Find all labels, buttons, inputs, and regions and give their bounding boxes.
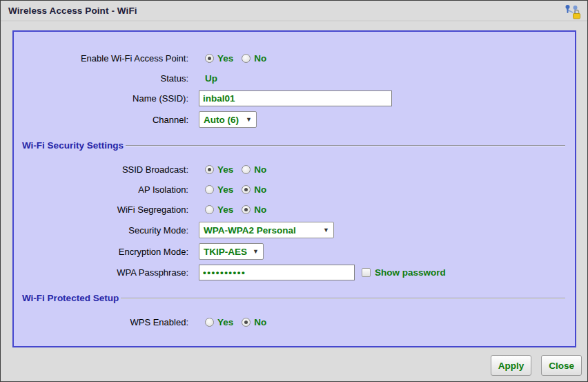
- channel-select-value: Auto (6): [204, 115, 239, 125]
- chevron-down-icon: ▼: [246, 116, 252, 123]
- radio-icon[interactable]: [242, 318, 251, 327]
- close-button[interactable]: Close: [541, 355, 582, 376]
- ssid-label: Name (SSID):: [22, 93, 188, 104]
- section-rule: [121, 298, 565, 299]
- status-row: Status: Up: [22, 70, 565, 86]
- wifi-segregation-no-radio[interactable]: No: [242, 204, 266, 215]
- wifi-settings-panel: Enable Wi-Fi Access Point: Yes No Status…: [12, 30, 576, 347]
- security-mode-row: Security Mode: WPA-WPA2 Personal ▼: [22, 222, 565, 238]
- radio-icon[interactable]: [242, 185, 251, 194]
- encryption-mode-select-value: TKIP-AES: [204, 247, 247, 257]
- show-password-checkbox[interactable]: [362, 268, 371, 277]
- security-settings-section-header: Wi-Fi Security Settings: [22, 140, 565, 151]
- encryption-mode-label: Encryption Mode:: [22, 247, 188, 257]
- security-mode-label: Security Mode:: [22, 225, 188, 236]
- wireless-access-point-dialog: Wireless Access Point - WiFi Enable Wi-F…: [0, 0, 588, 382]
- yes-label: Yes: [217, 184, 233, 195]
- ap-isolation-label: AP Isolation:: [22, 184, 188, 195]
- radio-icon[interactable]: [242, 54, 251, 63]
- wifi-segregation-yes-radio[interactable]: Yes: [205, 204, 233, 215]
- encryption-mode-select[interactable]: TKIP-AES ▼: [199, 243, 264, 260]
- wps-heading: Wi-Fi Protected Setup: [22, 293, 119, 303]
- wifi-segregation-row: WiFi Segregation: Yes No: [22, 202, 565, 217]
- page-title: Wireless Access Point - WiFi: [8, 6, 137, 16]
- wps-enabled-row: WPS Enabled: Yes No: [22, 314, 565, 330]
- enable-ap-yes-radio[interactable]: Yes: [205, 53, 233, 64]
- yes-label: Yes: [217, 317, 233, 327]
- channel-select[interactable]: Auto (6) ▼: [199, 111, 257, 128]
- wifi-lock-icon: [564, 3, 582, 19]
- ssid-broadcast-label: SSID Broadcast:: [22, 164, 188, 175]
- radio-icon[interactable]: [205, 54, 214, 63]
- yes-label: Yes: [217, 204, 233, 215]
- wifi-segregation-label: WiFi Segregation:: [22, 204, 188, 215]
- radio-icon[interactable]: [205, 318, 214, 327]
- apply-button[interactable]: Apply: [491, 355, 532, 376]
- yes-label: Yes: [217, 164, 233, 175]
- wpa-passphrase-input[interactable]: [199, 265, 355, 280]
- chevron-down-icon: ▼: [253, 248, 259, 255]
- wps-no-radio[interactable]: No: [242, 317, 266, 327]
- no-label: No: [254, 53, 266, 64]
- no-label: No: [254, 164, 266, 175]
- titlebar: Wireless Access Point - WiFi: [1, 1, 587, 21]
- security-mode-select-value: WPA-WPA2 Personal: [204, 225, 296, 236]
- enable-ap-label: Enable Wi-Fi Access Point:: [22, 53, 188, 64]
- ssid-input[interactable]: [199, 90, 392, 106]
- footer-button-bar: Apply Close: [1, 355, 587, 376]
- yes-label: Yes: [217, 53, 233, 64]
- ap-isolation-no-radio[interactable]: No: [242, 184, 266, 195]
- ap-isolation-yes-radio[interactable]: Yes: [205, 184, 233, 195]
- wpa-passphrase-row: WPA Passphrase: Show password: [22, 265, 565, 280]
- ssid-broadcast-row: SSID Broadcast: Yes No: [22, 162, 565, 177]
- encryption-mode-row: Encryption Mode: TKIP-AES ▼: [22, 243, 565, 260]
- radio-icon[interactable]: [205, 165, 214, 174]
- ssid-row: Name (SSID):: [22, 90, 565, 106]
- ssid-broadcast-yes-radio[interactable]: Yes: [205, 164, 233, 175]
- status-value: Up: [205, 73, 217, 84]
- enable-ap-no-radio[interactable]: No: [242, 53, 266, 64]
- security-settings-heading: Wi-Fi Security Settings: [22, 140, 124, 151]
- ssid-broadcast-no-radio[interactable]: No: [242, 164, 266, 175]
- show-password-label: Show password: [375, 267, 446, 278]
- channel-label: Channel:: [22, 115, 188, 125]
- wpa-passphrase-label: WPA Passphrase:: [22, 267, 188, 278]
- wps-section-header: Wi-Fi Protected Setup: [22, 293, 565, 303]
- radio-icon[interactable]: [242, 165, 251, 174]
- security-mode-select[interactable]: WPA-WPA2 Personal ▼: [199, 222, 334, 238]
- enable-ap-row: Enable Wi-Fi Access Point: Yes No: [22, 50, 565, 66]
- section-rule: [126, 145, 565, 146]
- radio-icon[interactable]: [205, 185, 214, 194]
- wps-yes-radio[interactable]: Yes: [205, 317, 233, 327]
- channel-row: Channel: Auto (6) ▼: [22, 111, 565, 128]
- no-label: No: [254, 204, 266, 215]
- radio-icon[interactable]: [205, 205, 214, 214]
- status-label: Status:: [22, 73, 188, 84]
- no-label: No: [254, 317, 266, 327]
- show-password-toggle[interactable]: Show password: [362, 267, 446, 278]
- no-label: No: [254, 184, 266, 195]
- wps-enabled-label: WPS Enabled:: [22, 317, 188, 327]
- ap-isolation-row: AP Isolation: Yes No: [22, 182, 565, 197]
- radio-icon[interactable]: [242, 205, 251, 214]
- chevron-down-icon: ▼: [323, 227, 329, 233]
